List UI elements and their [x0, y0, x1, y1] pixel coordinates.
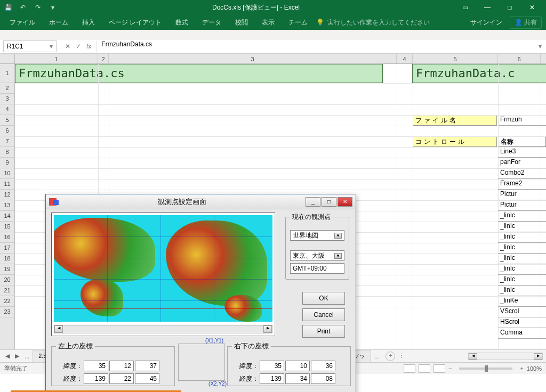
cell-file-value[interactable]: Frmzuh: [498, 115, 546, 126]
tab-review[interactable]: 校閲: [230, 15, 253, 30]
zoom-in-button[interactable]: +: [520, 365, 523, 372]
map-h-scrollbar[interactable]: ◀ ▶: [54, 325, 272, 333]
tab-nav-last-icon[interactable]: ▶: [13, 353, 21, 360]
row-header[interactable]: 13: [0, 200, 14, 211]
formula-input[interactable]: FrmzuhanData.cs: [97, 40, 534, 52]
scroll-right-icon[interactable]: ▶: [534, 353, 542, 360]
cell-control-item[interactable]: Combo2: [498, 168, 546, 179]
map-type-combo[interactable]: 世界地図▼: [290, 230, 344, 241]
cell-control-item[interactable]: _linKe: [498, 296, 546, 307]
row-header[interactable]: 21: [0, 285, 14, 296]
add-sheet-button[interactable]: +: [386, 352, 395, 361]
row-header[interactable]: 1: [0, 64, 14, 83]
row-header[interactable]: 6: [0, 126, 14, 136]
tab-split-icon[interactable]: ⋮: [396, 353, 406, 360]
row-header[interactable]: 17: [0, 243, 14, 254]
cell-control-item[interactable]: panFor: [498, 158, 546, 168]
col-header[interactable]: 2: [98, 54, 109, 63]
tab-ellipsis[interactable]: ...: [22, 353, 31, 360]
br-lon-s[interactable]: [311, 373, 335, 384]
br-lat-d[interactable]: [260, 361, 284, 371]
signin-link[interactable]: サインイン: [466, 18, 507, 27]
row-header[interactable]: 22: [0, 296, 14, 307]
page-break-view-icon[interactable]: [433, 364, 445, 373]
row-header[interactable]: 15: [0, 222, 14, 232]
city-combo[interactable]: 東京、大阪▼: [290, 250, 344, 261]
save-icon[interactable]: 💾: [3, 3, 13, 12]
normal-view-icon[interactable]: [404, 364, 415, 373]
select-all-button[interactable]: [0, 54, 15, 63]
scroll-left-icon[interactable]: ◀: [54, 325, 63, 333]
row-header[interactable]: 2: [0, 83, 14, 94]
row-header[interactable]: 19: [0, 264, 14, 275]
tell-me[interactable]: 💡実行したい作業を入力してください: [316, 18, 462, 27]
tab-insert[interactable]: 挿入: [77, 15, 100, 30]
cell-file-label[interactable]: ファイル名: [413, 115, 497, 126]
row-header[interactable]: 10: [0, 168, 14, 179]
h-scrollbar[interactable]: ◀▶: [468, 353, 543, 360]
tab-team[interactable]: チーム: [283, 15, 313, 30]
redo-icon[interactable]: ↷: [33, 3, 43, 12]
fx-icon[interactable]: fx: [86, 43, 91, 50]
dialog-close-button[interactable]: ✕: [338, 197, 352, 207]
zoom-level[interactable]: 100%: [527, 365, 542, 372]
cell-title-2[interactable]: FrmzuhanData.c: [412, 64, 546, 83]
row-header[interactable]: 3: [0, 94, 14, 104]
col-header[interactable]: 1: [15, 54, 98, 63]
tab-home[interactable]: ホーム: [44, 15, 74, 30]
cell-control-item[interactable]: _linIc: [498, 285, 546, 296]
grid[interactable]: 1234567891011121314151617181920212223 Fr…: [0, 64, 546, 349]
zoom-slider[interactable]: [459, 368, 512, 370]
cell-control-label[interactable]: コントロール: [413, 136, 497, 147]
row-header[interactable]: 4: [0, 104, 14, 115]
cancel-button[interactable]: Cancel: [302, 308, 345, 321]
cell-control-item[interactable]: Pictur: [498, 200, 546, 211]
cell-control-item[interactable]: _linIc: [498, 211, 546, 222]
row-header[interactable]: 18: [0, 254, 14, 264]
tab-formulas[interactable]: 数式: [170, 15, 194, 30]
tab-pagelayout[interactable]: ページ レイアウト: [103, 15, 167, 30]
tab-nav-first-icon[interactable]: ◀: [3, 353, 12, 360]
qat-dropdown-icon[interactable]: ▾: [48, 3, 58, 12]
cell-control-item[interactable]: VScrol: [498, 307, 546, 317]
cell-control-item[interactable]: Frame2: [498, 179, 546, 190]
enter-formula-icon[interactable]: ✓: [76, 43, 81, 50]
name-box[interactable]: R1C1▾: [3, 40, 57, 52]
tl-lon-d[interactable]: [84, 373, 108, 384]
row-header[interactable]: 14: [0, 211, 14, 222]
tl-lat-d[interactable]: [84, 361, 108, 371]
minimize-button[interactable]: —: [477, 1, 498, 14]
scroll-left-icon[interactable]: ◀: [469, 353, 477, 360]
cell-control-item[interactable]: _linIc: [498, 275, 546, 285]
row-header[interactable]: 12: [0, 190, 14, 200]
row-header[interactable]: 20: [0, 275, 14, 285]
tab-ellipsis-right[interactable]: ...: [372, 353, 381, 360]
formula-expand-icon[interactable]: ▾: [534, 43, 546, 50]
share-button[interactable]: 👤 共有: [510, 17, 542, 29]
world-map[interactable]: [54, 215, 272, 322]
cell-control-item[interactable]: _linIc: [498, 222, 546, 232]
cell-control-item[interactable]: HScrol: [498, 317, 546, 328]
page-layout-view-icon[interactable]: [419, 364, 430, 373]
tl-lat-s[interactable]: [135, 361, 159, 371]
row-header[interactable]: 9: [0, 158, 14, 168]
row-header[interactable]: 5: [0, 115, 14, 126]
br-lat-s[interactable]: [311, 361, 335, 371]
tab-view[interactable]: 表示: [256, 15, 280, 30]
cell-control-item[interactable]: _linIc: [498, 243, 546, 254]
gmt-field[interactable]: [290, 263, 344, 274]
col-header[interactable]: 4: [397, 54, 413, 63]
col-header[interactable]: 5: [413, 54, 498, 63]
zoom-out-button[interactable]: −: [448, 365, 452, 372]
row-header[interactable]: 8: [0, 147, 14, 158]
scroll-right-icon[interactable]: ▶: [263, 325, 272, 333]
chevron-down-icon[interactable]: ▾: [50, 43, 53, 50]
chevron-down-icon[interactable]: ▼: [334, 233, 342, 239]
row-header[interactable]: 16: [0, 232, 14, 243]
tab-file[interactable]: ファイル: [4, 15, 41, 30]
dialog-minimize-button[interactable]: _: [306, 197, 320, 207]
col-header[interactable]: 6: [498, 54, 541, 63]
cell-control-item[interactable]: Comma: [498, 328, 546, 339]
br-lon-d[interactable]: [260, 373, 284, 384]
col-header[interactable]: 3: [109, 54, 397, 63]
